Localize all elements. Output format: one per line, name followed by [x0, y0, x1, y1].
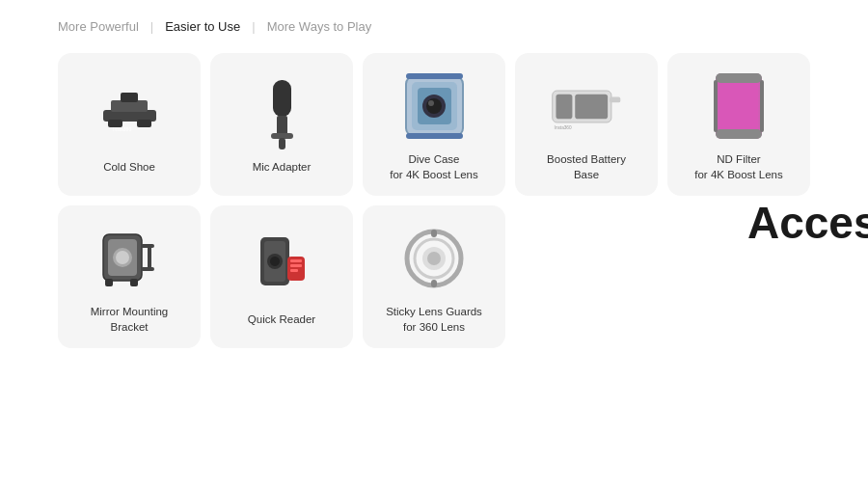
- nav-more-ways[interactable]: More Ways to Play: [267, 15, 372, 38]
- mic-adapter-image: [243, 75, 320, 152]
- svg-rect-21: [575, 95, 608, 119]
- nav-more-powerful[interactable]: More Powerful: [58, 15, 139, 38]
- cold-shoe-label: Cold Shoe: [103, 160, 155, 176]
- svg-rect-34: [148, 244, 151, 271]
- product-card-dive-case[interactable]: Dive Casefor 4K Boost Lens: [363, 53, 505, 196]
- svg-point-14: [426, 98, 442, 114]
- svg-rect-26: [716, 129, 762, 139]
- svg-rect-50: [431, 230, 437, 237]
- nav-bar: More Powerful | Easier to Use | More Way…: [0, 0, 868, 53]
- quick-reader-label: Quick Reader: [248, 312, 315, 328]
- svg-point-49: [427, 252, 441, 265]
- boosted-battery-label: Boosted BatteryBase: [547, 152, 626, 182]
- svg-rect-28: [760, 80, 764, 132]
- svg-rect-24: [719, 77, 758, 135]
- svg-rect-51: [431, 280, 437, 287]
- product-card-mirror-mounting[interactable]: Mirror MountingBracket: [58, 205, 201, 348]
- svg-rect-25: [716, 73, 762, 83]
- main-content: Insta360 Cold Shoe Mic Adapter: [0, 53, 868, 348]
- svg-rect-16: [406, 73, 463, 79]
- product-row-2: Mirror MountingBracket Qui: [58, 205, 810, 348]
- sticky-lens-label: Sticky Lens Guardsfor 360 Lens: [386, 305, 482, 335]
- product-row-1: Insta360 Cold Shoe Mic Adapter: [58, 53, 810, 196]
- svg-point-41: [270, 257, 280, 266]
- product-card-quick-reader[interactable]: Quick Reader: [210, 205, 353, 348]
- product-grid: Insta360 Cold Shoe Mic Adapter: [58, 53, 810, 348]
- svg-rect-43: [290, 259, 302, 262]
- svg-rect-7: [277, 116, 287, 135]
- svg-rect-9: [279, 138, 285, 149]
- boosted-battery-image: Insta360: [548, 68, 625, 145]
- svg-rect-6: [273, 80, 291, 117]
- svg-text:Insta360: Insta360: [555, 125, 572, 130]
- svg-rect-4: [137, 120, 151, 127]
- nav-divider-2: |: [252, 19, 255, 34]
- mic-adapter-label: Mic Adapter: [253, 160, 312, 176]
- product-card-cold-shoe[interactable]: Insta360 Cold Shoe: [58, 53, 201, 196]
- svg-rect-35: [141, 267, 154, 271]
- quick-reader-image: [243, 228, 320, 305]
- svg-rect-36: [105, 279, 113, 286]
- svg-rect-20: [556, 95, 572, 119]
- svg-rect-27: [714, 80, 718, 132]
- svg-rect-2: [121, 93, 138, 102]
- mirror-mounting-image: [91, 220, 168, 297]
- svg-rect-17: [406, 133, 463, 139]
- product-card-boosted-battery[interactable]: Insta360 Boosted BatteryBase: [515, 53, 658, 196]
- product-card-sticky-lens[interactable]: Sticky Lens Guardsfor 360 Lens: [363, 205, 505, 348]
- more-accessories-title: MoreAccessories: [747, 149, 868, 247]
- svg-rect-37: [130, 279, 138, 286]
- svg-point-32: [116, 251, 129, 264]
- product-card-mic-adapter[interactable]: Mic Adapter: [210, 53, 353, 196]
- nav-divider-1: |: [150, 19, 153, 34]
- right-panel: MoreAccessories *Photos for reference on…: [826, 53, 868, 348]
- nav-easier-to-use[interactable]: Easier to Use: [165, 15, 240, 38]
- svg-point-15: [428, 100, 434, 106]
- dive-case-image: [395, 68, 473, 145]
- svg-rect-45: [290, 269, 298, 272]
- svg-text:Insta360: Insta360: [113, 126, 131, 132]
- mirror-mounting-label: Mirror MountingBracket: [91, 305, 169, 335]
- svg-rect-19: [610, 97, 620, 103]
- svg-rect-44: [290, 264, 302, 267]
- sticky-lens-image: [395, 220, 473, 297]
- cold-shoe-image: Insta360: [91, 75, 168, 152]
- dive-case-label: Dive Casefor 4K Boost Lens: [390, 152, 477, 182]
- nd-filter-image: [700, 68, 777, 145]
